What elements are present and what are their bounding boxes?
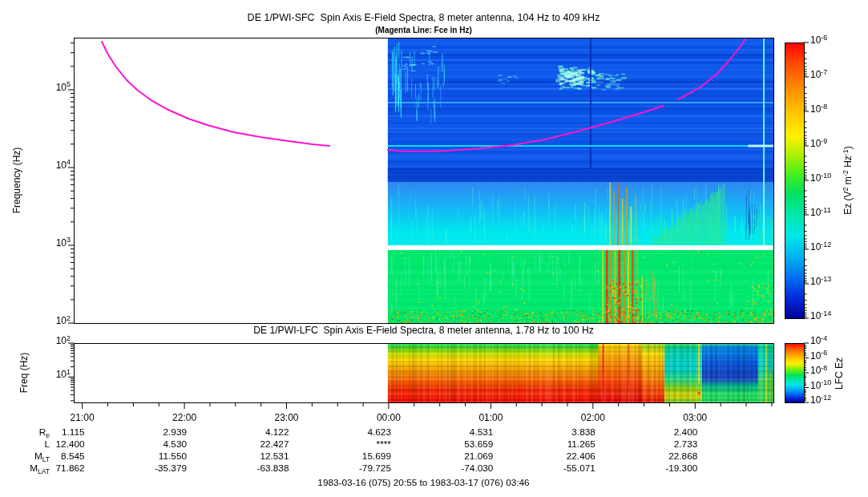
table-cell: 4.623 — [335, 427, 391, 438]
sfc-y-tick-label: 105 — [34, 83, 71, 93]
x-tick-label: 21:00 — [59, 413, 107, 423]
table-cell: 12.531 — [233, 451, 289, 462]
lfc-colorbar-tick-label: 10-8 — [810, 366, 827, 376]
table-cell: 15.699 — [335, 451, 391, 462]
lfc-colorbar-tick-label: 10-4 — [810, 336, 827, 346]
sfc-y-tick-label: 102 — [34, 316, 71, 326]
table-cell: 11.550 — [131, 451, 187, 462]
table-cell: 2.733 — [641, 439, 697, 450]
table-cell: 3.838 — [539, 427, 595, 438]
lfc-colorbar-tick-label: 10-6 — [810, 351, 827, 362]
table-cell: 4.122 — [233, 427, 289, 438]
table-cell: 22.868 — [641, 451, 697, 462]
lfc-y-tick-label: 101 — [34, 370, 71, 380]
spectrogram-canvas — [0, 0, 868, 497]
table-cell: -63.838 — [233, 463, 289, 474]
table-cell: 71.862 — [29, 463, 85, 474]
sfc-colorbar-label: Ez (V2 m-2 Hz-1) — [842, 146, 854, 215]
lfc-y-tick-label: 102 — [34, 336, 71, 346]
sfc-colorbar-tick-label: 10-6 — [810, 35, 827, 46]
sfc-colorbar-tick-label: 10-13 — [810, 277, 831, 287]
lfc-colorbar-label: LFC Ez — [834, 358, 845, 390]
table-cell: 2.939 — [131, 427, 187, 438]
sfc-y-tick-label: 103 — [34, 238, 71, 248]
x-tick-label: 03:00 — [671, 413, 719, 423]
table-cell: **** — [335, 439, 391, 450]
table-cell: 12.400 — [29, 439, 85, 450]
sfc-colorbar-tick-label: 10-14 — [810, 311, 831, 321]
lfc-colorbar-tick-label: 10-10 — [810, 381, 831, 391]
table-cell: -19.300 — [641, 463, 697, 474]
spectrogram-page: DE 1/PWI-SFC Spin Axis E-Field Spectra, … — [0, 0, 868, 497]
table-cell: 4.530 — [131, 439, 187, 450]
sfc-y-tick-label: 104 — [34, 160, 71, 171]
x-tick-label: 22:00 — [160, 413, 208, 423]
lfc-colorbar-tick-label: 10-12 — [810, 395, 831, 406]
table-cell: 11.265 — [539, 439, 595, 450]
table-cell: 8.545 — [29, 451, 85, 462]
table-cell: -74.030 — [437, 463, 493, 474]
x-tick-label: 02:00 — [569, 413, 617, 423]
table-cell: 21.069 — [437, 451, 493, 462]
table-cell: -55.071 — [539, 463, 595, 474]
lfc-y-axis-label: Freq (Hz) — [18, 353, 30, 394]
time-range-footer: 1983-03-16 (075) 20:55 to 1983-03-17 (07… — [74, 478, 773, 488]
table-cell: 4.531 — [437, 427, 493, 438]
table-cell: 1.115 — [29, 427, 85, 438]
page-subtitle: (Magenta Line: Fce in Hz) — [74, 26, 773, 34]
table-cell: 22.427 — [233, 439, 289, 450]
x-tick-label: 01:00 — [466, 413, 515, 423]
table-cell: 22.406 — [539, 451, 595, 462]
table-cell: 2.400 — [641, 427, 697, 438]
table-cell: 53.659 — [437, 439, 493, 450]
sfc-colorbar-tick-label: 10-8 — [810, 104, 827, 115]
table-cell: -79.725 — [335, 463, 391, 474]
x-tick-label: 00:00 — [365, 413, 413, 423]
lfc-panel-title: DE 1/PWI-LFC Spin Axis E-Field Spectra, … — [74, 325, 773, 336]
sfc-colorbar-tick-label: 10-12 — [810, 242, 831, 253]
x-tick-label: 23:00 — [263, 413, 311, 423]
sfc-y-axis-label: Frequency (Hz) — [11, 147, 22, 214]
sfc-colorbar-tick-label: 10-11 — [810, 208, 831, 218]
sfc-colorbar-tick-label: 10-9 — [810, 139, 827, 149]
sfc-colorbar-tick-label: 10-7 — [810, 70, 827, 80]
sfc-colorbar-tick-label: 10-10 — [810, 173, 831, 184]
table-cell: -35.379 — [131, 463, 187, 474]
page-title: DE 1/PWI-SFC Spin Axis E-Field Spectra, … — [74, 13, 773, 24]
